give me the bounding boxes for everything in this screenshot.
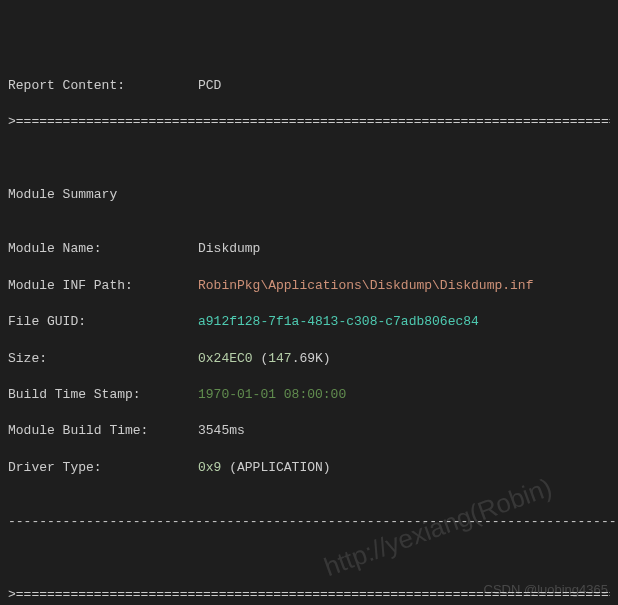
report-content-row: Report Content: PCD — [8, 77, 610, 95]
separator-mid: >=======================================… — [8, 586, 610, 604]
blank-line — [8, 150, 610, 168]
module-build-time-label: Module Build Time: — [8, 422, 198, 440]
module-inf-value: RobinPkg\Applications\Diskdump\Diskdump.… — [198, 277, 610, 295]
build-timestamp-label: Build Time Stamp: — [8, 386, 198, 404]
report-content-label: Report Content: — [8, 77, 198, 95]
size-row: Size: 0x24EC0 (147.69K) — [8, 350, 610, 368]
build-timestamp-value: 1970-01-01 08:00:00 — [198, 386, 610, 404]
size-value: 0x24EC0 (147.69K) — [198, 350, 610, 368]
size-dec: 147 — [268, 351, 291, 366]
driver-type-row: Driver Type: 0x9 (APPLICATION) — [8, 459, 610, 477]
file-guid-row: File GUID: a912f128-7f1a-4813-c308-c7adb… — [8, 313, 610, 331]
module-inf-row: Module INF Path: RobinPkg\Applications\D… — [8, 277, 610, 295]
blank-line-2 — [8, 550, 610, 568]
driver-type-value: 0x9 (APPLICATION) — [198, 459, 610, 477]
module-summary-title: Module Summary — [8, 186, 610, 204]
file-guid-label: File GUID: — [8, 313, 198, 331]
driver-type-hex: 0x9 — [198, 460, 221, 475]
size-suffix: .69K) — [292, 351, 331, 366]
size-hex: 0x24EC0 — [198, 351, 253, 366]
module-name-value: Diskdump — [198, 240, 610, 258]
module-inf-label: Module INF Path: — [8, 277, 198, 295]
module-build-time-value: 3545ms — [198, 422, 610, 440]
separator-dash-1: ----------------------------------------… — [8, 513, 610, 531]
separator-top: >=======================================… — [8, 113, 610, 131]
report-content-value: PCD — [198, 77, 610, 95]
driver-type-suffix: (APPLICATION) — [221, 460, 330, 475]
module-build-time-row: Module Build Time: 3545ms — [8, 422, 610, 440]
driver-type-label: Driver Type: — [8, 459, 198, 477]
module-name-row: Module Name: Diskdump — [8, 240, 610, 258]
size-label: Size: — [8, 350, 198, 368]
file-guid-value: a912f128-7f1a-4813-c308-c7adb806ec84 — [198, 313, 610, 331]
build-timestamp-row: Build Time Stamp: 1970-01-01 08:00:00 — [8, 386, 610, 404]
module-name-label: Module Name: — [8, 240, 198, 258]
